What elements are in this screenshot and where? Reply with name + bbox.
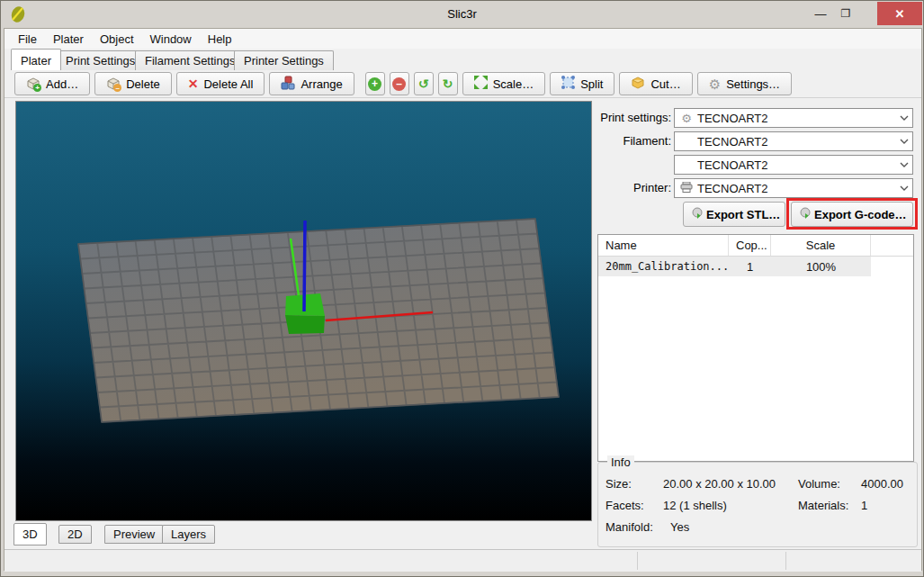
slic3r-window: Slic3r — ❐ ✕ File Plater Object Window H… [0, 0, 924, 577]
scale-button[interactable]: Scale… [462, 72, 546, 95]
filament-label: Filament: [596, 134, 671, 148]
printer-select[interactable]: TECNOART2 [674, 178, 913, 198]
scale-arrows-icon [474, 76, 488, 92]
column-header-name[interactable]: Name [598, 235, 729, 256]
facets-label: Facets: [606, 495, 663, 517]
view-tab-3d[interactable]: 3D [13, 523, 47, 545]
filament-select-2[interactable]: TECNOART2 [674, 155, 913, 175]
arrange-cubes-icon [281, 76, 295, 93]
tab-filament-settings[interactable]: Filament Settings [135, 50, 245, 70]
chevron-down-icon [900, 185, 909, 191]
gear-icon: ⚙ [678, 112, 695, 125]
info-legend: Info [607, 455, 634, 469]
cut-button-label: Cut… [650, 77, 680, 91]
delete-button-label: Delete [126, 77, 160, 91]
tab-print-settings[interactable]: Print Settings [56, 50, 145, 70]
menu-bar: File Plater Object Window Help [4, 29, 921, 49]
minimize-button[interactable]: — [808, 2, 833, 25]
tab-plater[interactable]: Plater [11, 49, 61, 70]
printer-value: TECNOART2 [697, 182, 768, 195]
menu-help[interactable]: Help [200, 31, 240, 48]
tab-printer-settings[interactable]: Printer Settings [234, 50, 334, 70]
statusbar-divider [785, 552, 786, 570]
rotate-cw-icon: ↻ [443, 77, 453, 90]
package-remove-icon: – [106, 77, 121, 91]
chevron-down-icon [900, 162, 909, 167]
materials-label: Materials: [798, 495, 861, 517]
column-header-copies[interactable]: Cop... [729, 235, 771, 256]
table-header: Name Cop... Scale [598, 235, 913, 257]
info-panel: Info Size: 20.00 x 20.00 x 10.00 Volume:… [597, 462, 918, 547]
gear-icon: ⚙ [709, 77, 721, 91]
plater-3d-viewport[interactable] [15, 101, 592, 521]
export-icon [799, 207, 812, 222]
delete-all-button-label: Delete All [203, 77, 253, 91]
split-icon [561, 76, 575, 92]
object-list-table: Name Cop... Scale 20mm_Calibration... 1 … [597, 234, 914, 462]
rotate-ccw-button[interactable]: ↺ [414, 72, 434, 95]
filament-value-2: TECNOART2 [697, 158, 768, 172]
volume-value: 4000.00 [861, 473, 903, 495]
view-tab-preview[interactable]: Preview [104, 525, 164, 544]
export-stl-button[interactable]: Export STL… [683, 202, 785, 227]
chevron-down-icon [900, 115, 909, 121]
view-tab-2d[interactable]: 2D [58, 525, 92, 544]
object-scale: 100% [771, 257, 871, 276]
printer-label: Printer: [596, 181, 671, 194]
client-area: File Plater Object Window Help Plater Pr… [4, 28, 922, 571]
settings-button[interactable]: ⚙ Settings… [697, 72, 792, 95]
settings-button-label: Settings… [726, 77, 780, 91]
column-header-scale[interactable]: Scale [771, 235, 871, 256]
menu-plater[interactable]: Plater [45, 31, 92, 48]
menu-object[interactable]: Object [92, 31, 142, 48]
split-button-label: Split [580, 77, 603, 91]
window-title: Slic3r [1, 7, 923, 21]
manifold-label: Manifold: [606, 517, 670, 538]
object-copies: 1 [729, 257, 771, 276]
add-button[interactable]: + Add… [14, 72, 90, 95]
decrease-copies-button[interactable]: – [390, 72, 409, 95]
export-stl-label: Export STL… [706, 208, 780, 221]
filament-select-1[interactable]: TECNOART2 [674, 131, 913, 151]
add-button-label: Add… [46, 77, 78, 91]
scale-button-label: Scale… [493, 77, 534, 91]
size-value: 20.00 x 20.00 x 10.00 [663, 473, 798, 495]
increase-copies-button[interactable]: + [365, 72, 385, 95]
volume-label: Volume: [798, 473, 861, 495]
cut-box-icon [631, 76, 645, 93]
title-bar[interactable]: Slic3r — ❐ ✕ [1, 1, 923, 28]
axis-z [304, 221, 305, 311]
object-name: 20mm_Calibration... [598, 257, 729, 276]
materials-value: 1 [861, 495, 867, 517]
main-tab-bar: Plater Print Settings Filament Settings … [4, 49, 921, 70]
split-button[interactable]: Split [550, 72, 615, 95]
export-icon [691, 207, 704, 222]
table-row[interactable]: 20mm_Calibration... 1 100% [598, 257, 913, 276]
maximize-button[interactable]: ❐ [833, 2, 858, 25]
delete-button[interactable]: – Delete [94, 72, 172, 95]
package-add-icon: + [26, 77, 40, 91]
arrange-button[interactable]: Arrange [269, 72, 354, 95]
rotate-ccw-icon: ↺ [418, 77, 429, 90]
plus-circle-icon: + [368, 77, 381, 91]
menu-file[interactable]: File [10, 31, 45, 48]
view-tab-layers[interactable]: Layers [162, 525, 215, 544]
status-bar [4, 549, 921, 572]
close-button[interactable]: ✕ [877, 2, 922, 25]
delete-all-button[interactable]: ✕ Delete All [176, 72, 265, 95]
menu-window[interactable]: Window [142, 31, 200, 48]
arrange-button-label: Arrange [301, 77, 342, 91]
rotate-cw-button[interactable]: ↻ [438, 72, 458, 95]
statusbar-divider [637, 552, 638, 570]
chevron-down-icon [900, 139, 909, 144]
export-gcode-button[interactable]: Export G-code… [791, 202, 913, 227]
printer-icon [678, 182, 695, 195]
red-x-icon: ✕ [188, 77, 199, 90]
print-settings-select[interactable]: ⚙ TECNOART2 [674, 108, 913, 128]
size-label: Size: [606, 473, 663, 495]
toolbar: + Add… – Delete ✕ Delete All Arrange [4, 70, 921, 98]
cut-button[interactable]: Cut… [619, 72, 692, 95]
print-settings-label: Print settings: [596, 111, 671, 124]
print-settings-value: TECNOART2 [697, 112, 768, 125]
minus-circle-icon: – [392, 77, 406, 91]
